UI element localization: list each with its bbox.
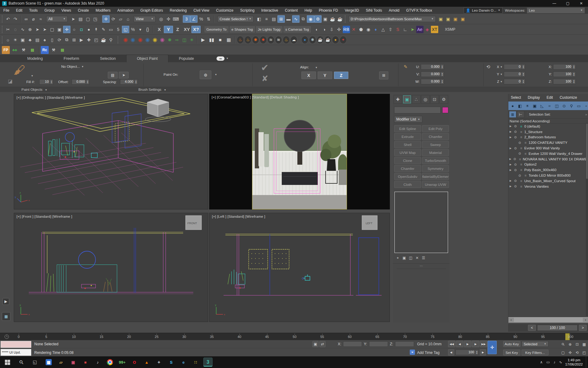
liquid-preset-water-icon[interactable]: ● <box>301 36 308 44</box>
modifier-button[interactable]: Chamfer <box>394 165 421 172</box>
modifier-button[interactable]: Chamfer <box>422 133 449 140</box>
tab-object-paint[interactable]: Object Paint <box>126 55 168 62</box>
explorer-row[interactable]: ▶ ⊙ ≡ Poly Basin_900x460 <box>508 167 588 173</box>
expand-arrow-icon[interactable]: ▶ <box>508 130 513 133</box>
explorer-row[interactable]: ⊙ ≡ Evolve 1200 Wall Vanity_4 Drawer <box>508 151 588 156</box>
current-frame-readout[interactable]: 100 / 100 <box>537 325 578 331</box>
menu-item[interactable]: Tools <box>26 7 41 14</box>
shapes-toggle-button[interactable]: e Shapes Tog <box>229 26 255 33</box>
ribbon-collapse-button[interactable]: ▬ <box>217 56 224 61</box>
visibility-eye-icon[interactable]: ⊙ <box>517 152 522 155</box>
ae-icon[interactable]: Ae <box>416 26 424 33</box>
paint-list-button[interactable]: ▤ <box>108 72 118 79</box>
node-purple-icon[interactable]: ◉ <box>159 36 166 44</box>
paint-objects-section-label[interactable]: Paint Objects ▼ <box>21 88 47 91</box>
unlink-selection-icon[interactable]: ⌀ <box>30 15 37 23</box>
expand-arrow-icon[interactable]: ▶ <box>508 163 513 166</box>
box-icon[interactable]: ▭ <box>107 26 115 33</box>
next-frame-button[interactable]: > <box>579 325 587 331</box>
select-and-scale-icon[interactable]: ▱ <box>117 15 124 23</box>
scroll-right-icon[interactable]: › <box>583 318 588 322</box>
menu-item[interactable]: Content <box>281 7 301 14</box>
tray-display-icon[interactable]: ▭ <box>546 360 550 364</box>
menu-item[interactable]: Group <box>41 7 58 14</box>
frame-back-button[interactable]: ◀ <box>448 349 454 355</box>
viewport-layout-tabs-button[interactable]: ▦ <box>2 312 10 321</box>
select-and-rotate-icon[interactable]: ⟳ <box>110 15 117 23</box>
explorer-row[interactable]: ▶ ⊙ ≡ Evolve 900 Wall Vanity <box>508 145 588 151</box>
modifier-button[interactable]: Material <box>422 149 449 156</box>
liquid-preset-ice-icon[interactable]: ❄ <box>309 36 316 44</box>
liquid-preset-honey-icon[interactable]: ● <box>332 36 339 44</box>
fire-preset-explosion-icon[interactable]: ✺ <box>252 36 259 44</box>
menu-item[interactable]: Animation <box>114 7 137 14</box>
snaps-toggle-icon[interactable]: 3 <box>183 15 190 23</box>
node-label[interactable]: NOVARA WALL VANITY 900 1X DRAWER - P <box>523 157 588 161</box>
rb-icon[interactable]: RB <box>343 26 350 33</box>
stop-sim-button[interactable]: ■ <box>216 36 224 44</box>
op-axis-z-button[interactable]: Z <box>334 71 349 79</box>
user-account-menu[interactable]: 👤 Leo Darwin O... ▼ <box>464 7 503 13</box>
modifier-button[interactable]: Unwrap UVW <box>422 181 449 188</box>
visibility-eye-icon[interactable]: ⊙ <box>517 141 522 144</box>
paint-on-caret-icon[interactable]: ▼ <box>215 73 217 76</box>
script-braces-icon[interactable]: {} <box>144 26 151 33</box>
taskbar-app-badge[interactable]: 99+ <box>118 358 127 367</box>
set-key-button[interactable]: Set Key <box>503 350 520 355</box>
axis-xy-button[interactable]: XY <box>182 26 191 33</box>
weld-icon[interactable]: ◌ <box>12 26 19 33</box>
forest-list-icon[interactable]: ▤ <box>28 46 36 54</box>
menu-item[interactable]: Customize <box>213 7 237 14</box>
frame-forward-button[interactable]: ▶ <box>480 349 486 355</box>
uvw-brush-icon[interactable]: ✎ <box>404 64 408 70</box>
prev-frame-button[interactable]: ◀ <box>456 341 463 347</box>
sphere-icon[interactable]: ● <box>85 26 92 33</box>
motion-tab[interactable]: ◎ <box>421 95 430 104</box>
percent-snap-icon[interactable]: % <box>198 15 205 23</box>
sun-icon[interactable]: ☀ <box>12 36 19 44</box>
fire-preset-lighter-icon[interactable]: ♨ <box>283 36 290 44</box>
object-name-field[interactable] <box>394 107 441 113</box>
modifier-button[interactable]: Cloth <box>394 181 421 188</box>
visibility-eye-icon[interactable]: ⊙ <box>513 185 518 188</box>
start-button[interactable] <box>0 356 15 368</box>
liquid-preset-beer-icon[interactable]: ☕ <box>317 36 324 44</box>
geometry-toggle-button[interactable]: Geometry To <box>204 26 229 33</box>
hand-tool-icon[interactable]: ➤ <box>409 26 416 33</box>
menu-item[interactable]: Verge3D <box>341 7 363 14</box>
angle-snap-icon[interactable]: ∠ <box>190 15 198 23</box>
axis-paint-button[interactable]: X? <box>191 26 201 33</box>
viewport-label-orthographic[interactable]: [+] [Orthographic ] [Standard] [Wirefram… <box>17 96 85 99</box>
workspace-select[interactable]: Leo ▼ <box>527 7 585 13</box>
visibility-eye-icon[interactable]: ⊙ <box>513 179 518 182</box>
visibility-eye-icon[interactable]: ⊙ <box>517 174 522 177</box>
curve-icon[interactable]: ∿ <box>19 26 26 33</box>
door-icon[interactable]: ▯ <box>48 36 56 44</box>
render-production-icon[interactable]: ☕ <box>329 15 336 23</box>
menu-item[interactable]: Modifiers <box>92 7 114 14</box>
explorer-row[interactable]: ⊙ ≡ Tondo LED Mirror 800x800 <box>508 173 588 178</box>
sort-overflow-icon[interactable]: » <box>585 113 588 116</box>
taskbar-app-opera[interactable]: O <box>130 358 139 367</box>
tab-modeling[interactable]: Modeling <box>17 55 53 62</box>
filter-shapes-icon[interactable]: ◧ <box>516 102 524 109</box>
filter-lights-icon[interactable]: ☀ <box>524 102 531 109</box>
projector-icon[interactable]: ▣ <box>19 36 26 44</box>
watering-can-icon[interactable]: ☕ <box>100 36 107 44</box>
explorer-row[interactable]: ▶ ⊙ ≡ 0 (default) <box>508 124 588 129</box>
explorer-hscrollbar[interactable]: ‹ › <box>508 317 588 323</box>
phoenix-fire-icon[interactable]: ◉ <box>137 36 144 44</box>
viewport-label-front[interactable]: [+] [Front ] [Standard] [Wireframe ] <box>17 215 72 218</box>
node-label[interactable]: 0 (default) <box>524 125 540 128</box>
axis-y-button[interactable]: Y <box>164 26 173 33</box>
expand-arrow-icon[interactable]: ▶ <box>508 179 513 182</box>
tab-populate[interactable]: Populate <box>168 55 204 62</box>
poly-tool-icon[interactable]: ⬟ <box>357 26 365 33</box>
fire-preset-cloud-icon[interactable]: ☁ <box>290 36 297 44</box>
shaker-icon[interactable]: ▦ <box>224 36 233 44</box>
show-end-result-icon[interactable]: ▣ <box>401 255 407 261</box>
uvw-spinner[interactable]: 0.000▲▼ <box>421 79 444 84</box>
spinner-snap-icon[interactable]: ⇅ <box>205 15 212 23</box>
marquee-fill-icon[interactable]: ▣ <box>56 26 63 33</box>
import-down-icon[interactable]: ⇩ <box>328 26 335 33</box>
